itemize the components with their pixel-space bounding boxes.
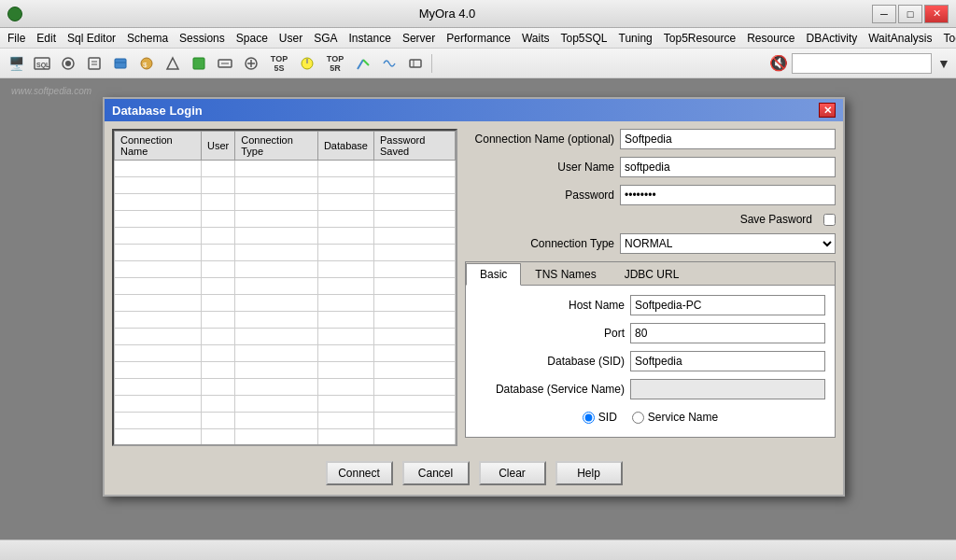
- table-row[interactable]: [115, 295, 456, 312]
- menu-user[interactable]: User: [274, 30, 308, 47]
- menu-waitanalysis[interactable]: WaitAnalysis: [863, 30, 937, 47]
- tab-basic[interactable]: Basic: [466, 263, 521, 286]
- toolbar-separator: [431, 54, 432, 73]
- menu-file[interactable]: File: [2, 30, 31, 47]
- minimize-button[interactable]: ─: [872, 5, 896, 23]
- table-row[interactable]: [115, 345, 456, 362]
- login-form: Connection Name (optional) User Name Pas…: [465, 129, 836, 446]
- menu-server[interactable]: Server: [397, 30, 441, 47]
- tab-jdbc-url[interactable]: JDBC URL: [611, 263, 694, 286]
- table-row[interactable]: [115, 228, 456, 245]
- toolbar-btn-11[interactable]: TOP5S: [265, 51, 293, 76]
- search-input[interactable]: [792, 53, 932, 74]
- table-row[interactable]: [115, 446, 456, 447]
- app-logo: [7, 7, 22, 21]
- port-label: Port: [475, 327, 625, 340]
- menu-tuning[interactable]: Tuning: [613, 30, 658, 47]
- table-row[interactable]: [115, 261, 456, 278]
- table-row[interactable]: [115, 194, 456, 211]
- connections-table: Connection Name User Connection Type Dat…: [114, 131, 456, 446]
- menu-space[interactable]: Space: [231, 30, 274, 47]
- database-sid-label: Database (SID): [475, 355, 625, 368]
- menu-sqleditor[interactable]: Sql Editor: [62, 30, 121, 47]
- cancel-button[interactable]: Cancel: [402, 461, 470, 485]
- table-row[interactable]: [115, 177, 456, 194]
- host-name-row: Host Name: [475, 295, 825, 315]
- toolbar-btn-16[interactable]: [403, 51, 428, 76]
- status-bar: [0, 539, 956, 560]
- connection-type-label: Connection Type: [465, 237, 614, 250]
- table-row[interactable]: [115, 245, 456, 261]
- tab-basic-content: Host Name Port Database (SID): [466, 286, 835, 437]
- toolbar-btn-sql[interactable]: SQL: [30, 51, 54, 76]
- menu-schema[interactable]: Schema: [121, 30, 174, 47]
- menu-top5sql[interactable]: Top5SQL: [555, 30, 613, 47]
- table-row[interactable]: [115, 379, 456, 396]
- radio-service-option[interactable]: Service Name: [632, 411, 718, 424]
- toolbar-btn-7[interactable]: [161, 51, 185, 76]
- table-row[interactable]: [115, 312, 456, 329]
- menu-waits[interactable]: Waits: [516, 30, 555, 47]
- dialog-title-bar: Database Login ✕: [105, 99, 843, 121]
- radio-sid[interactable]: [583, 412, 595, 424]
- table-row[interactable]: [115, 396, 456, 413]
- table-row[interactable]: [115, 413, 456, 429]
- menu-top5resource[interactable]: Top5Resource: [658, 30, 741, 47]
- table-row[interactable]: [115, 211, 456, 228]
- database-service-input[interactable]: [630, 379, 825, 399]
- connection-name-label: Connection Name (optional): [465, 133, 614, 146]
- toolbar-btn-12[interactable]: [295, 51, 319, 76]
- table-row[interactable]: [115, 161, 456, 177]
- connection-type-select[interactable]: NORMAL SYSDBA SYSOPER: [620, 233, 836, 254]
- table-row[interactable]: [115, 329, 456, 345]
- toolbar-btn-3[interactable]: [56, 51, 80, 76]
- col-database: Database: [317, 132, 373, 161]
- username-input[interactable]: [620, 157, 836, 177]
- search-dropdown-button[interactable]: ▼: [935, 51, 952, 76]
- toolbar-btn-5[interactable]: [108, 51, 133, 76]
- toolbar-btn-13[interactable]: TOP5R: [321, 51, 349, 76]
- clear-button[interactable]: Clear: [479, 461, 546, 485]
- connection-name-input[interactable]: [620, 129, 836, 149]
- toolbar-btn-4[interactable]: [82, 51, 106, 76]
- toolbar-btn-1[interactable]: 🖥️: [4, 51, 28, 76]
- table-row[interactable]: [115, 429, 456, 446]
- svg-rect-7: [115, 59, 126, 68]
- toolbar-btn-8[interactable]: [187, 51, 211, 76]
- host-name-label: Host Name: [475, 299, 625, 312]
- toolbar-btn-15[interactable]: [377, 51, 401, 76]
- dialog-close-button[interactable]: ✕: [819, 103, 836, 118]
- save-password-checkbox[interactable]: [823, 214, 836, 226]
- database-sid-row: Database (SID): [475, 351, 825, 371]
- menu-sessions[interactable]: Sessions: [174, 30, 231, 47]
- menu-sga[interactable]: SGA: [308, 30, 343, 47]
- host-name-input[interactable]: [630, 295, 825, 315]
- table-row[interactable]: [115, 278, 456, 295]
- restore-button[interactable]: □: [898, 5, 922, 23]
- password-input[interactable]: [620, 185, 836, 205]
- database-service-row: Database (Service Name): [475, 379, 825, 399]
- menu-tools[interactable]: Tools: [937, 30, 956, 47]
- dialog-footer: Connect Cancel Clear Help: [105, 454, 843, 495]
- toolbar-btn-14[interactable]: [351, 51, 375, 76]
- menu-resource[interactable]: Resource: [741, 30, 800, 47]
- window-close-button[interactable]: ✕: [924, 5, 949, 23]
- help-button[interactable]: Help: [555, 461, 623, 485]
- radio-sid-option[interactable]: SID: [583, 411, 617, 424]
- toolbar-btn-6[interactable]: $: [134, 51, 159, 76]
- table-row[interactable]: [115, 362, 456, 379]
- tab-tns-names[interactable]: TNS Names: [521, 263, 610, 286]
- radio-service[interactable]: [632, 412, 644, 424]
- toolbar-btn-10[interactable]: [239, 51, 263, 76]
- connect-button[interactable]: Connect: [326, 461, 393, 485]
- menu-instance[interactable]: Instance: [344, 30, 397, 47]
- toolbar-btn-9[interactable]: [213, 51, 237, 76]
- database-sid-input[interactable]: [630, 351, 825, 371]
- svg-line-21: [363, 60, 369, 65]
- menu-performance[interactable]: Performance: [441, 30, 516, 47]
- menu-dbactivity[interactable]: DBActivity: [801, 30, 864, 47]
- svg-rect-12: [193, 58, 204, 69]
- port-input[interactable]: [630, 323, 825, 343]
- password-label: Password: [465, 189, 614, 202]
- menu-edit[interactable]: Edit: [31, 30, 62, 47]
